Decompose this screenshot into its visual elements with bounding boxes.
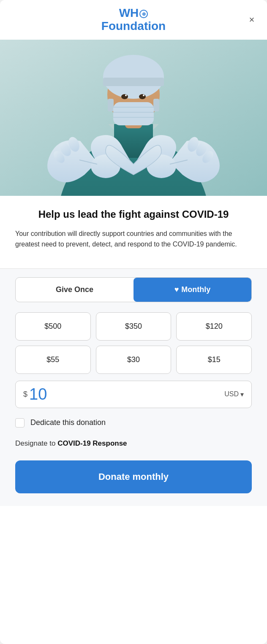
svg-point-6 <box>103 55 164 99</box>
designate-bold: COVID-19 Response <box>57 439 127 447</box>
logo: WH⊕ Foundation <box>101 7 166 33</box>
amount-btn-120[interactable]: $120 <box>176 312 252 341</box>
description: Your contribution will directly support … <box>15 228 252 250</box>
currency-label: USD <box>224 390 239 398</box>
svg-point-14 <box>121 94 128 99</box>
designate-prefix: Designate to <box>15 439 57 447</box>
custom-amount-row: $ USD ▾ <box>15 381 252 408</box>
currency-chevron-icon: ▾ <box>240 390 244 398</box>
logo-line2: Foundation <box>101 19 166 32</box>
dedicate-row: Dedicate this donation <box>15 418 252 428</box>
dollar-sign: $ <box>23 390 27 399</box>
amount-btn-30[interactable]: $30 <box>96 346 172 374</box>
frequency-tabs: Give Once ♥Monthly <box>15 277 252 302</box>
hero-svg <box>0 40 267 196</box>
svg-rect-10 <box>113 102 154 125</box>
donation-section: Give Once ♥Monthly $500 $350 $120 $55 $3… <box>0 269 267 506</box>
logo-line1: WH <box>119 6 139 19</box>
heart-icon: ♥ <box>174 285 179 294</box>
svg-point-16 <box>125 95 127 96</box>
donate-button[interactable]: Donate monthly <box>15 460 252 493</box>
headline: Help us lead the fight against COVID-19 <box>15 208 252 221</box>
tab-monthly[interactable]: ♥Monthly <box>134 278 251 302</box>
svg-point-17 <box>143 95 144 96</box>
hero-image <box>0 40 267 196</box>
amount-btn-350[interactable]: $350 <box>96 312 172 341</box>
amount-btn-15[interactable]: $15 <box>176 346 252 374</box>
amount-btn-500[interactable]: $500 <box>15 312 91 341</box>
content-section: Help us lead the fight against COVID-19 … <box>0 196 267 258</box>
svg-point-15 <box>139 94 146 99</box>
dedicate-checkbox[interactable] <box>15 418 25 428</box>
logo-icon: ⊕ <box>139 10 148 18</box>
amount-btn-55[interactable]: $55 <box>15 346 91 374</box>
tab-monthly-label: Monthly <box>181 285 210 294</box>
amount-grid: $500 $350 $120 $55 $30 $15 <box>15 312 252 374</box>
tab-give-once[interactable]: Give Once <box>16 278 134 302</box>
logo-text: WH⊕ Foundation <box>101 7 166 33</box>
svg-rect-8 <box>108 99 114 111</box>
designate-row: Designate to COVID-19 Response <box>15 439 252 448</box>
modal-container: WH⊕ Foundation × <box>0 0 267 644</box>
dedicate-label: Dedicate this donation <box>30 418 106 427</box>
svg-rect-7 <box>103 78 164 86</box>
header: WH⊕ Foundation × <box>0 0 267 40</box>
currency-select[interactable]: USD ▾ <box>224 390 244 398</box>
close-button[interactable]: × <box>245 13 259 27</box>
svg-rect-9 <box>153 99 159 111</box>
custom-amount-input[interactable] <box>29 385 224 403</box>
